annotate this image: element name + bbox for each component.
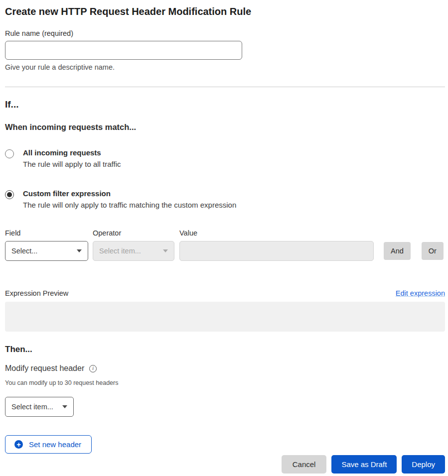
section-divider <box>5 87 445 87</box>
header-action-select-value: Select item... <box>11 403 53 411</box>
deploy-button[interactable]: Deploy <box>402 455 445 474</box>
cancel-button[interactable]: Cancel <box>282 455 327 474</box>
field-label: Field <box>5 229 88 237</box>
info-icon[interactable]: i <box>89 365 97 372</box>
expression-preview-header: Expression Preview Edit expression <box>5 289 445 297</box>
radio-label: All incoming requests <box>23 148 121 157</box>
rule-name-help: Give your rule a descriptive name. <box>5 63 445 71</box>
page-title: Create new HTTP Request Header Modificat… <box>5 5 445 18</box>
create-rule-page: Create new HTTP Request Header Modificat… <box>0 0 448 476</box>
if-heading: If... <box>5 99 445 110</box>
radio-selected-icon[interactable] <box>5 190 14 199</box>
operator-select-value: Select item... <box>99 247 141 255</box>
set-new-header-button[interactable]: + Set new header <box>5 435 92 454</box>
save-as-draft-button[interactable]: Save as Draft <box>331 455 397 474</box>
header-action-select[interactable]: Select item... <box>5 397 74 417</box>
radio-description: The rule will only apply to traffic matc… <box>23 201 236 209</box>
radio-custom-filter-expression[interactable]: Custom filter expression The rule will o… <box>5 189 445 209</box>
then-heading: Then... <box>5 345 445 355</box>
chevron-down-icon <box>163 249 168 252</box>
modify-header-hint: You can modify up to 30 request headers <box>5 379 445 386</box>
radio-unselected-icon[interactable] <box>5 149 14 158</box>
radio-all-incoming-requests[interactable]: All incoming requests The rule will appl… <box>5 148 445 168</box>
edit-expression-link[interactable]: Edit expression <box>396 289 445 297</box>
value-label: Value <box>179 229 374 237</box>
or-button[interactable]: Or <box>422 242 444 260</box>
rule-name-input[interactable] <box>5 41 242 60</box>
match-subheading: When incoming requests match... <box>5 122 445 132</box>
modify-header-row: Modify request header i <box>5 364 445 373</box>
chevron-down-icon <box>77 249 82 252</box>
chevron-down-icon <box>62 405 67 408</box>
radio-description: The rule will apply to all traffic <box>23 160 121 168</box>
value-input <box>179 241 374 261</box>
and-button[interactable]: And <box>384 242 411 260</box>
footer-actions: Cancel Save as Draft Deploy <box>5 455 445 474</box>
radio-label: Custom filter expression <box>23 189 236 198</box>
expression-builder-row: Field Select... Operator Select item... … <box>5 229 445 261</box>
expression-preview-label: Expression Preview <box>5 289 68 297</box>
set-new-header-label: Set new header <box>29 440 81 449</box>
operator-select: Select item... <box>93 241 174 261</box>
expression-preview-box <box>5 302 445 332</box>
modify-request-header-label: Modify request header <box>5 364 84 373</box>
field-select-value: Select... <box>11 247 37 255</box>
operator-label: Operator <box>93 229 174 237</box>
plus-icon: + <box>14 440 23 449</box>
field-select[interactable]: Select... <box>5 241 88 261</box>
rule-name-label: Rule name (required) <box>5 29 445 37</box>
